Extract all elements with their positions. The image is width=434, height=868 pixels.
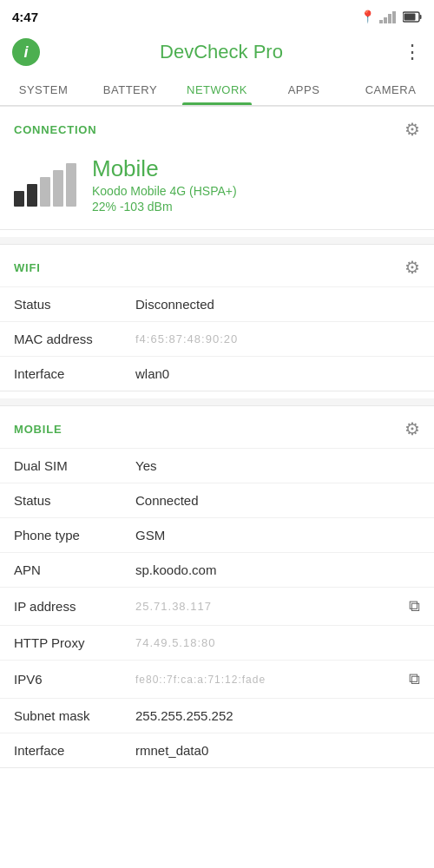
- mobile-apn-label: APN: [14, 562, 135, 577]
- wifi-status-value: Disconnected: [135, 297, 420, 312]
- mobile-info: Mobile Koodo Mobile 4G (HSPA+) 22% -103 …: [92, 155, 237, 214]
- status-icons: 📍: [360, 10, 422, 23]
- tab-network[interactable]: NETWORK: [174, 73, 260, 105]
- wifi-title: WIFI: [14, 261, 41, 274]
- mobile-carrier-label: Koodo Mobile 4G (HSPA+): [92, 184, 237, 198]
- app-info-icon[interactable]: i: [12, 38, 40, 66]
- svg-rect-5: [404, 13, 416, 20]
- signal-bar-4: [53, 170, 63, 207]
- tab-battery[interactable]: BATTERY: [87, 73, 174, 105]
- mobile-apn-row: APN sp.koodo.com: [0, 552, 434, 587]
- wifi-interface-row: Interface wlan0: [0, 356, 434, 391]
- mobile-section: MOBILE ⚙ Dual SIM Yes Status Connected P…: [0, 405, 434, 768]
- mobile-ip-row: IP address 25.71.38.117 ⧉: [0, 587, 434, 625]
- tab-bar: SYSTEM BATTERY NETWORK APPS CAMERA: [0, 73, 434, 106]
- app-title: DevCheck Pro: [40, 41, 403, 63]
- tab-apps[interactable]: APPS: [260, 73, 347, 105]
- mobile-settings-icon[interactable]: ⚙: [404, 418, 420, 439]
- svg-rect-2: [388, 14, 391, 23]
- mobile-apn-value: sp.koodo.com: [135, 562, 420, 577]
- tab-system[interactable]: SYSTEM: [0, 73, 87, 105]
- wifi-mac-label: MAC address: [14, 332, 135, 346]
- wifi-mac-row: MAC address f4:65:87:48:90:20: [0, 321, 434, 356]
- mobile-subnet-label: Subnet mask: [14, 708, 135, 723]
- mobile-header: MOBILE ⚙: [0, 406, 434, 448]
- mobile-ipv6-copy-button[interactable]: ⧉: [409, 670, 420, 688]
- mobile-dual-sim-value: Yes: [135, 458, 420, 473]
- svg-rect-1: [384, 17, 387, 23]
- divider-2: [0, 398, 434, 405]
- signal-bar-5: [66, 163, 76, 207]
- mobile-signal-strength-label: 22% -103 dBm: [92, 200, 237, 214]
- mobile-title: MOBILE: [14, 423, 62, 436]
- wifi-mac-value: f4:65:87:48:90:20: [135, 332, 420, 345]
- connection-mobile-row: Mobile Koodo Mobile 4G (HSPA+) 22% -103 …: [0, 148, 434, 229]
- status-time: 4:47: [12, 10, 38, 24]
- wifi-section: WIFI ⚙ Status Disconnected MAC address f…: [0, 244, 434, 391]
- mobile-type-label: Mobile: [92, 155, 237, 182]
- wifi-interface-label: Interface: [14, 366, 135, 381]
- more-menu-button[interactable]: ⋮: [403, 41, 422, 63]
- mobile-ipv6-label: IPV6: [14, 672, 135, 687]
- mobile-ip-label: IP address: [14, 599, 135, 614]
- mobile-subnet-value: 255.255.255.252: [135, 708, 420, 723]
- connection-section: CONNECTION ⚙ Mobile Koodo Mobile 4G (HSP…: [0, 106, 434, 230]
- mobile-status-row: Status Connected: [0, 483, 434, 517]
- mobile-dual-sim-label: Dual SIM: [14, 458, 135, 473]
- wifi-interface-value: wlan0: [135, 366, 420, 381]
- tab-camera[interactable]: CAMERA: [347, 73, 434, 105]
- wifi-settings-icon[interactable]: ⚙: [404, 257, 420, 278]
- signal-bar-1: [14, 191, 24, 207]
- mobile-interface-row: Interface rmnet_data0: [0, 733, 434, 767]
- mobile-phone-type-value: GSM: [135, 528, 420, 542]
- header-left: i: [12, 38, 40, 66]
- signal-bars: [14, 163, 76, 207]
- app-header: i DevCheck Pro ⋮: [0, 31, 434, 73]
- mobile-proxy-label: HTTP Proxy: [14, 635, 135, 650]
- signal-icon: [379, 10, 398, 23]
- status-bar: 4:47 📍: [0, 0, 434, 31]
- mobile-status-value: Connected: [135, 493, 420, 508]
- mobile-status-label: Status: [14, 493, 135, 508]
- mobile-ip-copy-button[interactable]: ⧉: [409, 597, 420, 615]
- mobile-phone-type-label: Phone type: [14, 528, 135, 542]
- wifi-status-row: Status Disconnected: [0, 286, 434, 321]
- mobile-interface-label: Interface: [14, 743, 135, 758]
- mobile-ipv6-row: IPV6 fe80::7f:ca:a:71:12:fade ⧉: [0, 660, 434, 698]
- mobile-interface-value: rmnet_data0: [135, 743, 420, 758]
- svg-rect-6: [420, 15, 422, 19]
- signal-bar-3: [40, 177, 50, 207]
- connection-header: CONNECTION ⚙: [0, 107, 434, 148]
- wifi-header: WIFI ⚙: [0, 245, 434, 286]
- mobile-dual-sim-row: Dual SIM Yes: [0, 448, 434, 483]
- mobile-subnet-row: Subnet mask 255.255.255.252: [0, 698, 434, 733]
- mobile-proxy-value: 74.49.5.18:80: [135, 636, 420, 649]
- mobile-phone-type-row: Phone type GSM: [0, 517, 434, 552]
- connection-title: CONNECTION: [14, 123, 96, 136]
- svg-rect-0: [379, 20, 383, 23]
- battery-icon: [403, 11, 422, 23]
- signal-bar-2: [27, 184, 37, 207]
- svg-rect-3: [392, 11, 396, 23]
- connection-settings-icon[interactable]: ⚙: [404, 119, 420, 140]
- divider-1: [0, 237, 434, 244]
- mobile-ip-value: 25.71.38.117: [135, 600, 404, 613]
- location-icon: 📍: [360, 10, 375, 23]
- mobile-proxy-row: HTTP Proxy 74.49.5.18:80: [0, 625, 434, 660]
- mobile-ipv6-value: fe80::7f:ca:a:71:12:fade: [135, 674, 404, 686]
- wifi-status-label: Status: [14, 297, 135, 312]
